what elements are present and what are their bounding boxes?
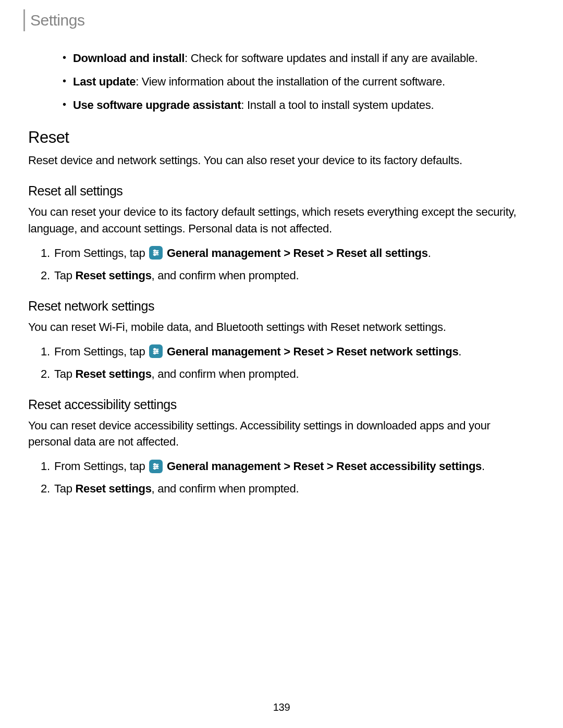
step-number: 2.	[41, 480, 50, 497]
bullet-upgrade-assistant: Use software upgrade assistant: Install …	[73, 96, 535, 114]
step-pre: From Settings, tap	[54, 460, 148, 473]
step-bold: General management > Reset > Reset netwo…	[167, 345, 458, 358]
step-bold: Reset settings	[75, 269, 151, 282]
step-end: .	[482, 460, 485, 473]
bullet-download-install: Download and install: Check for software…	[73, 50, 535, 67]
reset-accessibility-heading: Reset accessibility settings	[28, 397, 535, 412]
reset-heading: Reset	[28, 128, 535, 147]
page-header: Settings	[23, 9, 84, 31]
step-number: 2.	[41, 267, 50, 284]
step-bold: Reset settings	[75, 482, 151, 495]
step-pre: From Settings, tap	[54, 246, 148, 260]
step-pre: Tap	[54, 269, 75, 282]
step-post: , and confirm when prompted.	[152, 269, 299, 282]
reset-network-steps: 1. From Settings, tap General management…	[28, 343, 535, 382]
step-number: 1.	[41, 244, 50, 262]
svg-point-9	[156, 350, 158, 352]
svg-point-3	[156, 252, 158, 253]
reset-desc: Reset device and network settings. You c…	[28, 152, 535, 169]
svg-point-13	[154, 463, 155, 465]
step-pre: Tap	[54, 367, 75, 380]
reset-all-desc: You can reset your device to its factory…	[28, 204, 535, 237]
step-1: 1. From Settings, tap General management…	[54, 343, 535, 360]
svg-point-17	[154, 467, 155, 469]
bullet-text: : Check for software updates and install…	[185, 52, 478, 65]
svg-point-15	[156, 465, 158, 467]
step-1: 1. From Settings, tap General management…	[54, 458, 535, 475]
step-2: 2. Tap Reset settings, and confirm when …	[54, 480, 535, 497]
reset-all-steps: 1. From Settings, tap General management…	[28, 244, 535, 284]
svg-point-1	[154, 250, 155, 252]
reset-all-heading: Reset all settings	[28, 183, 535, 199]
reset-network-desc: You can reset Wi-Fi, mobile data, and Bl…	[28, 319, 535, 336]
step-post: , and confirm when prompted.	[152, 482, 299, 495]
header-title: Settings	[30, 11, 84, 29]
general-management-icon	[149, 460, 163, 473]
header-accent-bar	[23, 9, 25, 31]
bullet-last-update: Last update: View information about the …	[73, 73, 535, 90]
step-end: .	[428, 246, 431, 260]
bullet-text: : View information about the installatio…	[136, 75, 445, 88]
general-management-icon	[149, 246, 163, 260]
step-bold: General management > Reset > Reset acces…	[167, 460, 482, 473]
bullet-text: : Install a tool to install system updat…	[241, 98, 434, 112]
step-post: , and confirm when prompted.	[152, 367, 299, 380]
step-number: 1.	[41, 458, 50, 475]
step-number: 2.	[41, 365, 50, 382]
step-bold: General management > Reset > Reset all s…	[167, 246, 428, 260]
step-1: 1. From Settings, tap General management…	[54, 244, 535, 262]
general-management-icon	[149, 344, 163, 358]
step-2: 2. Tap Reset settings, and confirm when …	[54, 267, 535, 284]
reset-network-heading: Reset network settings	[28, 299, 535, 314]
bullet-bold: Use software upgrade assistant	[73, 98, 241, 112]
step-bold: Reset settings	[75, 367, 151, 380]
step-pre: From Settings, tap	[54, 345, 148, 358]
step-end: .	[458, 345, 461, 358]
step-2: 2. Tap Reset settings, and confirm when …	[54, 365, 535, 382]
reset-accessibility-desc: You can reset device accessibility setti…	[28, 417, 535, 451]
step-pre: Tap	[54, 482, 75, 495]
bullet-bold: Last update	[73, 75, 136, 88]
reset-accessibility-steps: 1. From Settings, tap General management…	[28, 458, 535, 497]
step-number: 1.	[41, 343, 50, 360]
page-content: Download and install: Check for software…	[28, 50, 535, 512]
software-update-bullets: Download and install: Check for software…	[28, 50, 535, 114]
bullet-bold: Download and install	[73, 52, 185, 65]
svg-point-7	[154, 349, 155, 350]
svg-point-11	[154, 352, 155, 354]
page-number: 139	[0, 701, 563, 713]
svg-point-5	[154, 254, 155, 255]
